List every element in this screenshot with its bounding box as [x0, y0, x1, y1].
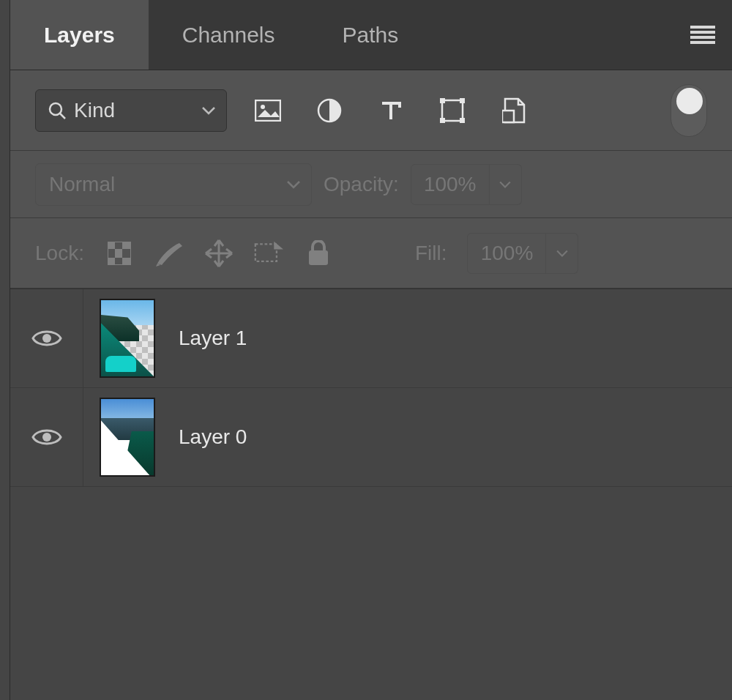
blend-opacity-row: Normal Opacity: 100%	[10, 151, 732, 218]
svg-rect-0	[690, 26, 715, 29]
svg-rect-21	[255, 244, 277, 261]
fill-value: 100%	[481, 242, 534, 265]
filter-shape-icon[interactable]	[438, 96, 467, 125]
chevron-down-icon	[201, 105, 216, 116]
svg-rect-11	[460, 98, 465, 103]
svg-rect-12	[440, 118, 445, 123]
opacity-dropdown[interactable]	[490, 164, 522, 205]
svg-rect-13	[460, 118, 465, 123]
toggle-knob	[676, 88, 703, 114]
filter-kind-dropdown[interactable]: Kind	[35, 89, 227, 132]
layer-thumbnail[interactable]	[100, 398, 155, 477]
filter-toggle[interactable]	[671, 84, 707, 137]
filter-adjustment-icon[interactable]	[315, 96, 344, 125]
filter-type-icon[interactable]	[376, 96, 406, 125]
tab-label: Channels	[182, 23, 275, 48]
lock-fill-row: Lock: Fill: 100%	[10, 218, 732, 288]
opacity-value: 100%	[424, 173, 477, 196]
svg-line-5	[60, 113, 65, 119]
svg-rect-16	[108, 242, 115, 249]
chevron-down-icon	[556, 249, 569, 258]
fill-label: Fill:	[415, 242, 447, 265]
tab-label: Layers	[44, 23, 115, 48]
fill-dropdown[interactable]	[546, 233, 578, 274]
layers-panel: Layers Channels Paths Kind	[10, 0, 732, 700]
svg-rect-14	[502, 111, 514, 122]
lock-transparency-icon[interactable]	[105, 239, 134, 268]
search-icon	[48, 101, 67, 120]
layer-list: Layer 1 Layer 0	[10, 288, 732, 700]
svg-rect-17	[122, 242, 131, 249]
visibility-toggle[interactable]	[10, 388, 83, 486]
filter-kind-label: Kind	[74, 99, 194, 122]
chevron-down-icon	[498, 180, 512, 189]
svg-rect-18	[115, 249, 122, 258]
tab-paths[interactable]: Paths	[309, 0, 433, 70]
blend-mode-label: Normal	[49, 173, 286, 196]
hamburger-icon	[690, 26, 715, 45]
svg-rect-20	[122, 258, 131, 265]
svg-point-7	[261, 105, 265, 109]
layer-row[interactable]: Layer 0	[10, 388, 732, 487]
svg-rect-9	[442, 100, 463, 121]
panel-left-gutter	[0, 0, 10, 700]
lock-position-icon[interactable]	[204, 239, 234, 268]
panel-tabs: Layers Channels Paths	[10, 0, 732, 70]
layer-name[interactable]: Layer 1	[171, 327, 247, 350]
svg-rect-3	[690, 41, 715, 44]
svg-point-23	[42, 334, 51, 343]
opacity-input[interactable]: 100%	[411, 164, 490, 205]
blend-mode-dropdown[interactable]: Normal	[35, 163, 312, 206]
lock-all-icon[interactable]	[304, 239, 333, 268]
layer-row[interactable]: Layer 1	[10, 289, 732, 388]
visibility-toggle[interactable]	[10, 289, 83, 387]
svg-rect-19	[108, 258, 115, 265]
lock-pixels-icon[interactable]	[154, 239, 184, 268]
tab-channels[interactable]: Channels	[149, 0, 309, 70]
filter-smartobject-icon[interactable]	[499, 96, 529, 125]
lock-artboard-icon[interactable]	[254, 239, 283, 268]
svg-rect-6	[255, 100, 280, 121]
lock-label: Lock:	[35, 242, 84, 265]
chevron-down-icon	[286, 179, 301, 190]
layer-name[interactable]: Layer 0	[171, 425, 247, 449]
eye-icon	[31, 328, 62, 349]
tab-label: Paths	[343, 23, 399, 48]
svg-point-24	[42, 433, 51, 442]
filter-pixel-icon[interactable]	[253, 96, 283, 125]
svg-rect-1	[690, 31, 715, 34]
panel-menu-button[interactable]	[673, 0, 732, 70]
opacity-label: Opacity:	[324, 173, 399, 196]
fill-input[interactable]: 100%	[467, 233, 546, 274]
eye-icon	[31, 427, 62, 447]
svg-rect-22	[309, 250, 328, 265]
svg-rect-10	[440, 98, 445, 103]
layer-thumbnail[interactable]	[100, 299, 155, 378]
svg-point-4	[50, 103, 61, 115]
layer-filter-row: Kind	[10, 70, 732, 151]
svg-rect-2	[690, 36, 715, 39]
tab-layers[interactable]: Layers	[10, 0, 149, 70]
